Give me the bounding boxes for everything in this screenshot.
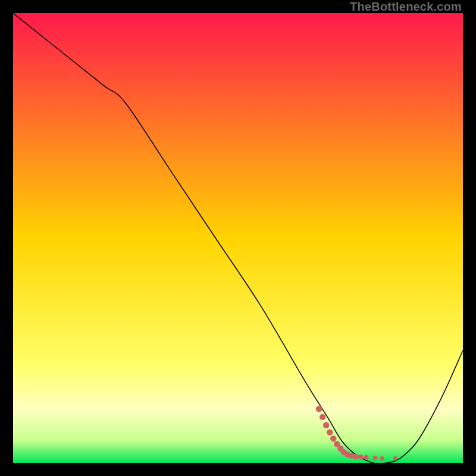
optimal-marker-dot — [364, 455, 368, 460]
optimal-marker-dot — [320, 414, 325, 420]
optimal-marker-dot — [353, 454, 358, 459]
optimal-marker-dot — [373, 456, 378, 461]
optimal-marker-dot — [330, 436, 336, 441]
chart-canvas — [13, 13, 463, 463]
optimal-marker-dot — [380, 456, 384, 461]
optimal-marker-dot — [393, 456, 397, 461]
optimal-marker-dot — [316, 406, 322, 412]
gradient-background — [13, 13, 463, 463]
optimal-marker-dot — [323, 422, 329, 428]
optimal-marker-dot — [327, 429, 333, 435]
optimal-marker-dot — [358, 455, 364, 460]
watermark-text: TheBottleneck.com — [350, 0, 462, 14]
chart-svg — [13, 13, 463, 463]
